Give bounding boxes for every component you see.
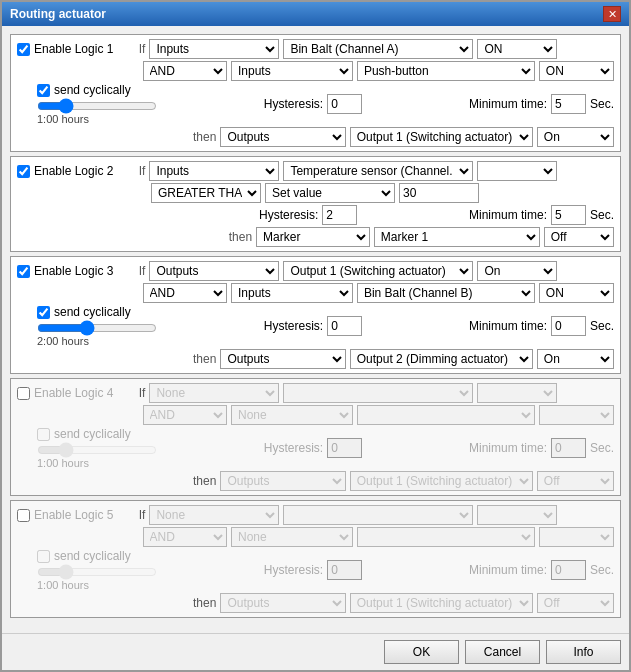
logic3-then-value[interactable]: On xyxy=(537,349,614,369)
logic1-header-row: Enable Logic 1 If Inputs Bin Balt (Chann… xyxy=(17,39,614,59)
logic5-send-cyclically-checkbox[interactable] xyxy=(37,550,50,563)
logic3-send-cyclically-checkbox[interactable] xyxy=(37,306,50,319)
logic4-then-device[interactable]: Output 1 (Switching actuator) xyxy=(350,471,533,491)
logic4-sec-label: Sec. xyxy=(590,441,614,455)
logic5-hysteresis[interactable] xyxy=(327,560,362,580)
logic5-if-device[interactable] xyxy=(283,505,473,525)
logic1-and-device[interactable]: Push-button xyxy=(357,61,535,81)
logic2-enable-checkbox[interactable] xyxy=(17,165,30,178)
logic1-slider[interactable] xyxy=(37,99,157,113)
logic5-and-source[interactable]: None xyxy=(231,527,353,547)
logic5-and-value[interactable] xyxy=(539,527,614,547)
logic2-if-value[interactable] xyxy=(477,161,557,181)
logic3-hysteresis[interactable] xyxy=(327,316,362,336)
logic3-connector[interactable]: AND xyxy=(143,283,228,303)
logic1-connector[interactable]: AND xyxy=(143,61,228,81)
logic2-set-value[interactable] xyxy=(399,183,479,203)
logic3-and-source[interactable]: Inputs xyxy=(231,283,353,303)
logic1-if-source[interactable]: Inputs xyxy=(149,39,279,59)
logic5-slider-row: send cyclically 1:00 hours Hysteresis: M… xyxy=(17,549,614,591)
logic2-hysteresis[interactable] xyxy=(322,205,357,225)
logic3-slider[interactable] xyxy=(37,321,157,335)
logic2-if-device[interactable]: Temperature sensor (Channel. xyxy=(283,161,473,181)
logic4-then-source[interactable]: Outputs xyxy=(220,471,345,491)
logic3-if-device[interactable]: Output 1 (Switching actuator) xyxy=(283,261,473,281)
logic5-send-row: send cyclically xyxy=(37,549,157,563)
ok-button[interactable]: OK xyxy=(384,640,459,664)
logic2-hysteresis-label: Hysteresis: xyxy=(259,208,318,222)
logic2-if-label: If xyxy=(117,164,145,178)
logic2-connector[interactable]: GREATER THAN xyxy=(151,183,261,203)
logic2-then-device[interactable]: Marker 1 xyxy=(374,227,540,247)
logic4-slider[interactable] xyxy=(37,443,157,457)
logic5-and-device[interactable] xyxy=(357,527,535,547)
logic3-header-row: Enable Logic 3 If Outputs Output 1 (Swit… xyxy=(17,261,614,281)
logic3-then-label: then xyxy=(189,352,216,366)
logic5-min-time[interactable] xyxy=(551,560,586,580)
logic3-then-source[interactable]: Outputs xyxy=(220,349,345,369)
close-button[interactable]: ✕ xyxy=(603,6,621,22)
logic4-if-source[interactable]: None xyxy=(149,383,279,403)
logic4-slider-container: send cyclically 1:00 hours xyxy=(37,427,157,469)
logic1-then-source[interactable]: Outputs xyxy=(220,127,345,147)
logic2-if-source[interactable]: Inputs xyxy=(149,161,279,181)
logic5-connector[interactable]: AND xyxy=(143,527,228,547)
logic4-time-label: 1:00 hours xyxy=(37,457,157,469)
logic4-if-label: If xyxy=(117,386,145,400)
logic4-enable-checkbox[interactable] xyxy=(17,387,30,400)
logic1-hysteresis[interactable] xyxy=(327,94,362,114)
logic3-enable-checkbox[interactable] xyxy=(17,265,30,278)
logic5-if-value[interactable] xyxy=(477,505,557,525)
logic4-and-value[interactable] xyxy=(539,405,614,425)
logic5-then-device[interactable]: Output 1 (Switching actuator) xyxy=(350,593,533,613)
logic2-header-row: Enable Logic 2 If Inputs Temperature sen… xyxy=(17,161,614,181)
logic3-if-source[interactable]: Outputs xyxy=(149,261,279,281)
logic2-and-source[interactable]: Set value xyxy=(265,183,395,203)
logic1-slider-row: send cyclically 1:00 hours Hysteresis: M… xyxy=(17,83,614,125)
logic4-if-value[interactable] xyxy=(477,383,557,403)
logic2-min-time[interactable] xyxy=(551,205,586,225)
logic4-and-source[interactable]: None xyxy=(231,405,353,425)
logic3-and-value[interactable]: ON xyxy=(539,283,614,303)
logic1-and-source[interactable]: Inputs xyxy=(231,61,353,81)
logic1-time-label: 1:00 hours xyxy=(37,113,157,125)
logic1-and-value[interactable]: ON xyxy=(539,61,614,81)
logic1-then-value[interactable]: On xyxy=(537,127,614,147)
info-button[interactable]: Info xyxy=(546,640,621,664)
logic1-if-device[interactable]: Bin Balt (Channel A) xyxy=(283,39,473,59)
logic1-min-time[interactable] xyxy=(551,94,586,114)
logic4-min-time[interactable] xyxy=(551,438,586,458)
logic4-then-value[interactable]: Off xyxy=(537,471,614,491)
cancel-button[interactable]: Cancel xyxy=(465,640,540,664)
logic4-connector[interactable]: AND xyxy=(143,405,228,425)
logic1-then-device[interactable]: Output 1 (Switching actuator) xyxy=(350,127,533,147)
logic4-send-cyclically-checkbox[interactable] xyxy=(37,428,50,441)
logic3-and-device[interactable]: Bin Balt (Channel B) xyxy=(357,283,535,303)
logic4-then-row: then Outputs Output 1 (Switching actuato… xyxy=(17,471,614,491)
logic1-if-value[interactable]: ON xyxy=(477,39,557,59)
logic3-sec-label: Sec. xyxy=(590,319,614,333)
logic1-enable-checkbox[interactable] xyxy=(17,43,30,56)
logic4-if-device[interactable] xyxy=(283,383,473,403)
logic2-label: Enable Logic 2 xyxy=(34,164,113,178)
logic3-if-value[interactable]: On xyxy=(477,261,557,281)
logic5-if-source[interactable]: None xyxy=(149,505,279,525)
logic3-min-time[interactable] xyxy=(551,316,586,336)
logic5-slider[interactable] xyxy=(37,565,157,579)
logic3-then-device[interactable]: Output 2 (Dimming actuator) xyxy=(350,349,533,369)
logic5-then-value[interactable]: Off xyxy=(537,593,614,613)
logic5-enable-checkbox[interactable] xyxy=(17,509,30,522)
logic3-send-row: send cyclically xyxy=(37,305,157,319)
logic4-mintime-label: Minimum time: xyxy=(469,441,547,455)
logic3-time-label: 2:00 hours xyxy=(37,335,157,347)
logic1-send-cyclically-checkbox[interactable] xyxy=(37,84,50,97)
logic2-then-source[interactable]: Marker xyxy=(256,227,370,247)
logic-block-4: Enable Logic 4 If None AND None send cyc… xyxy=(10,378,621,496)
logic4-hysteresis[interactable] xyxy=(327,438,362,458)
logic5-mintime-label: Minimum time: xyxy=(469,563,547,577)
logic4-send-row: send cyclically xyxy=(37,427,157,441)
logic2-then-value[interactable]: Off xyxy=(544,227,614,247)
logic1-and-row: AND Inputs Push-button ON xyxy=(17,61,614,81)
logic5-then-source[interactable]: Outputs xyxy=(220,593,345,613)
logic4-and-device[interactable] xyxy=(357,405,535,425)
